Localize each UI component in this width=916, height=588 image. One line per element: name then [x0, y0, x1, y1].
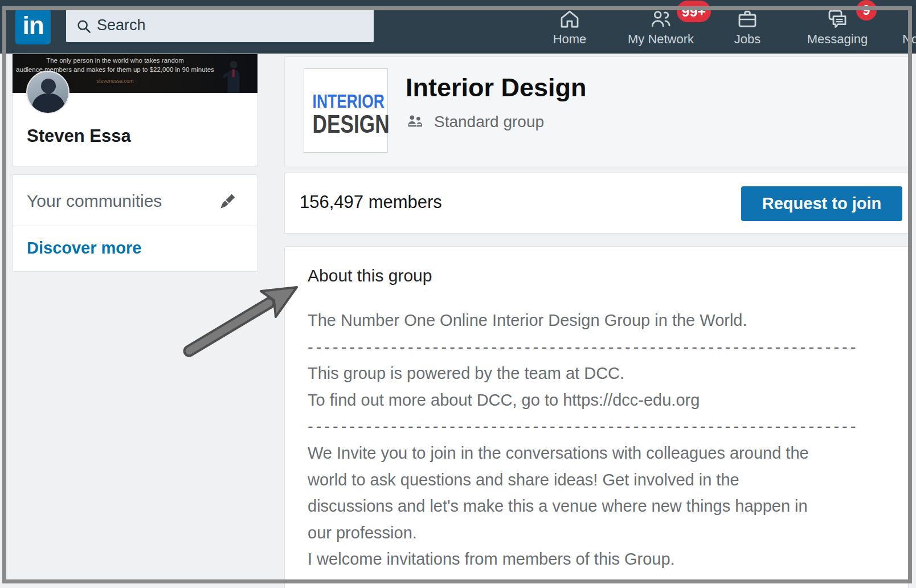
my-network-badge: 99+	[677, 1, 711, 22]
discover-more-link[interactable]: Discover more	[27, 239, 142, 258]
nav-label-my-network: My Network	[615, 32, 706, 47]
avatar-head-shape	[41, 79, 56, 93]
edit-pencil-icon[interactable]	[216, 190, 239, 213]
linkedin-group-page: in Home	[0, 0, 916, 588]
group-logo-line2: DESIGN	[313, 110, 379, 138]
about-line: We Invite you to join in the conversatio…	[308, 440, 891, 467]
nav-label-messaging: Messaging	[792, 32, 883, 47]
request-to-join-button[interactable]: Request to join	[741, 186, 902, 221]
briefcase-icon	[735, 7, 759, 33]
about-line: To find out more about DCC, go to https:…	[308, 387, 891, 414]
nav-item-home[interactable]: Home	[524, 0, 615, 54]
group-header-card: INTERIOR DESIGN Interior Design Standard…	[284, 56, 909, 166]
speaker-silhouette	[213, 59, 247, 93]
communities-card: Your communities Discover more	[12, 174, 258, 272]
communities-title: Your communities	[27, 191, 162, 211]
nav-label-jobs: Jobs	[702, 32, 793, 47]
banner-text-line1: The only person in the world who takes r…	[13, 57, 218, 64]
about-line: This group is powered by the team at DCC…	[308, 360, 891, 387]
divider	[13, 226, 257, 226]
search-box[interactable]	[66, 7, 374, 43]
about-heading: About this group	[308, 266, 432, 285]
avatar[interactable]	[26, 71, 69, 114]
profile-name[interactable]: Steven Essa	[27, 126, 131, 146]
profile-card: The only person in the world who takes r…	[12, 54, 258, 166]
top-nav: in Home	[0, 0, 916, 54]
about-card: About this group The Number One Online I…	[284, 246, 909, 588]
nav-item-jobs[interactable]: Jobs	[702, 0, 793, 54]
about-line: world to ask questions and share ideas! …	[308, 467, 891, 493]
home-icon	[558, 7, 582, 33]
about-line: discussions and let's make this a venue …	[308, 493, 891, 520]
people-icon	[649, 7, 673, 33]
linkedin-logo[interactable]: in	[15, 9, 51, 44]
nav-label-notifications: Notifications	[902, 32, 916, 47]
members-count: 156,497 members	[300, 192, 442, 213]
members-bar: 156,497 members Request to join	[284, 173, 909, 234]
about-divider-dashes: ----------------------------------------…	[308, 413, 891, 440]
messaging-badge: 9	[856, 0, 877, 21]
about-body: The Number One Online Interior Design Gr…	[308, 307, 891, 573]
about-line: The Number One Online Interior Design Gr…	[308, 307, 891, 334]
search-input[interactable]	[96, 8, 366, 42]
nav-label-home: Home	[524, 32, 615, 47]
group-logo: INTERIOR DESIGN	[304, 68, 388, 153]
about-divider-dashes: ----------------------------------------…	[308, 334, 891, 361]
group-people-icon	[406, 112, 425, 131]
about-line: I welcome invitations from members of th…	[308, 546, 891, 573]
nav-item-notifications[interactable]: Notifications	[889, 0, 916, 54]
avatar-body-shape	[32, 93, 65, 114]
group-type-row: Standard group	[406, 112, 425, 130]
group-type-label: Standard group	[434, 113, 544, 131]
about-line: our profession.	[308, 520, 891, 546]
messaging-icon	[825, 7, 849, 33]
group-logo-line1: INTERIOR	[313, 91, 379, 112]
search-icon	[75, 18, 92, 35]
group-title: Interior Design	[406, 73, 587, 103]
